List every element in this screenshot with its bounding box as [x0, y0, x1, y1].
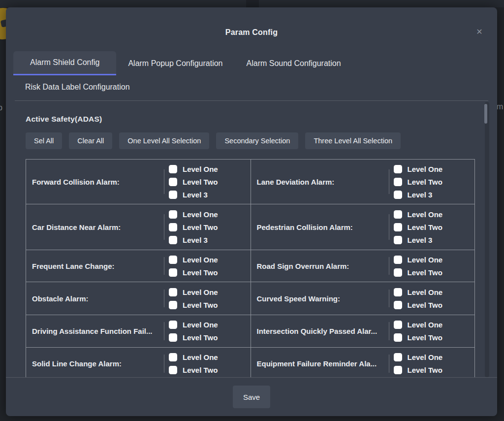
checkbox-icon[interactable]: [169, 223, 177, 231]
close-icon[interactable]: ✕: [473, 26, 485, 38]
level-two-option[interactable]: Level Two: [169, 175, 218, 188]
tab-risk-data-label-configuration[interactable]: Risk Data Label Configuration: [13, 75, 142, 99]
scrollbar-track[interactable]: [485, 102, 489, 377]
table-row: Car Distance Near Alarm: Level One Level…: [26, 204, 474, 250]
tab-alarm-popup-configuration[interactable]: Alarm Popup Configuration: [116, 51, 234, 75]
level-one-option[interactable]: Level One: [394, 351, 443, 364]
level-one-option[interactable]: Level One: [394, 253, 443, 266]
one-level-all-selection-button[interactable]: One Level All Selection: [119, 132, 209, 149]
level-three-option[interactable]: Level 3: [169, 188, 218, 201]
checkbox-icon[interactable]: [394, 301, 402, 309]
checkbox-icon[interactable]: [169, 321, 177, 329]
checkbox-icon[interactable]: [394, 191, 402, 199]
checkbox-icon[interactable]: [394, 288, 402, 296]
checkbox-label: Level Two: [183, 366, 218, 374]
checkbox-label: Level One: [408, 321, 443, 329]
checkbox-icon[interactable]: [169, 288, 177, 296]
checkbox-icon[interactable]: [169, 333, 177, 342]
checkbox-icon[interactable]: [394, 366, 402, 374]
checkbox-label: Level Two: [408, 223, 442, 231]
background-text-fragment-right: m: [497, 102, 503, 111]
checkbox-label: Level Two: [183, 223, 218, 231]
level-one-option[interactable]: Level One: [169, 162, 218, 175]
checkbox-icon[interactable]: [394, 321, 402, 329]
level-one-option[interactable]: Level One: [169, 253, 218, 266]
level-two-option[interactable]: Level Two: [394, 298, 443, 311]
tab-alarm-sound-configuration[interactable]: Alarm Sound Configuration: [235, 51, 353, 75]
level-two-option[interactable]: Level Two: [169, 364, 218, 377]
cell-divider: [164, 290, 164, 308]
level-three-option[interactable]: Level 3: [394, 188, 443, 201]
level-one-option[interactable]: Level One: [169, 208, 218, 221]
level-two-option[interactable]: Level Two: [394, 364, 443, 377]
level-checkbox-group: Level One Level Two: [394, 286, 443, 311]
dialog-scroll-area[interactable]: Active Safety(ADAS) Sel All Clear All On…: [6, 101, 497, 377]
checkbox-icon[interactable]: [394, 165, 402, 173]
clear-all-button[interactable]: Clear All: [69, 132, 112, 149]
cell-divider: [164, 355, 164, 372]
level-one-option[interactable]: Level One: [169, 286, 218, 298]
page-background: p m Param Config ✕ Alarm Shield Config A…: [0, 0, 504, 421]
checkbox-icon[interactable]: [169, 268, 177, 277]
level-two-option[interactable]: Level Two: [169, 266, 218, 279]
tab-alarm-shield-config[interactable]: Alarm Shield Config: [13, 51, 116, 75]
checkbox-icon[interactable]: [394, 333, 402, 342]
checkbox-icon[interactable]: [394, 223, 402, 231]
level-checkbox-group: Level One Level Two Level 3: [169, 208, 218, 246]
level-one-option[interactable]: Level One: [394, 319, 443, 331]
level-one-option[interactable]: Level One: [394, 286, 443, 298]
alarm-label: Car Distance Near Alarm:: [26, 223, 164, 231]
dialog-header: Param Config ✕: [6, 7, 497, 51]
secondary-selection-button[interactable]: Secondary Selection: [216, 132, 298, 149]
checkbox-icon[interactable]: [394, 236, 402, 244]
checkbox-label: Level One: [183, 288, 218, 296]
level-three-option[interactable]: Level 3: [169, 233, 218, 246]
checkbox-icon[interactable]: [169, 366, 177, 374]
checkbox-icon[interactable]: [394, 256, 402, 264]
level-three-option[interactable]: Level 3: [394, 233, 443, 246]
cell-divider: [389, 214, 389, 240]
alarm-label: Curved Speed Warning:: [251, 294, 389, 303]
checkbox-icon[interactable]: [169, 256, 177, 264]
scrollbar-thumb[interactable]: [484, 104, 487, 124]
checkbox-icon[interactable]: [394, 178, 402, 186]
alarm-label: Equipment Failure Reminder Ala...: [251, 359, 389, 368]
checkbox-icon[interactable]: [169, 191, 177, 199]
cell-divider: [389, 290, 389, 308]
checkbox-icon[interactable]: [169, 178, 177, 186]
level-checkbox-group: Level One Level Two: [394, 319, 443, 344]
level-two-option[interactable]: Level Two: [169, 331, 218, 344]
level-one-option[interactable]: Level One: [394, 162, 443, 175]
level-checkbox-group: Level One Level Two: [394, 253, 443, 279]
alarm-cell-lane-deviation: Lane Deviation Alarm: Level One Level Tw…: [251, 160, 475, 204]
checkbox-icon[interactable]: [169, 165, 177, 173]
checkbox-icon[interactable]: [394, 210, 402, 219]
select-all-button[interactable]: Sel All: [26, 132, 62, 149]
level-one-option[interactable]: Level One: [169, 351, 218, 364]
checkbox-label: Level One: [183, 256, 218, 264]
alarm-label: Intersection Quickly Passed Alar...: [251, 327, 389, 335]
level-two-option[interactable]: Level Two: [394, 331, 443, 344]
level-two-option[interactable]: Level Two: [169, 298, 218, 311]
level-one-option[interactable]: Level One: [169, 319, 218, 331]
level-two-option[interactable]: Level Two: [394, 221, 443, 233]
checkbox-icon[interactable]: [169, 210, 177, 219]
checkbox-icon[interactable]: [169, 353, 177, 361]
level-one-option[interactable]: Level One: [394, 208, 443, 221]
cell-divider: [164, 322, 164, 340]
three-level-all-selection-button[interactable]: Three Level All Selection: [305, 132, 401, 149]
checkbox-label: Level One: [183, 353, 218, 361]
checkbox-icon[interactable]: [394, 353, 402, 361]
level-two-option[interactable]: Level Two: [394, 266, 443, 279]
selection-toolbar: Sel All Clear All One Level All Selectio…: [26, 132, 497, 149]
table-row: Driving Assistance Function Fail... Leve…: [26, 315, 474, 347]
level-two-option[interactable]: Level Two: [169, 221, 218, 233]
checkbox-label: Level One: [183, 321, 218, 329]
checkbox-icon[interactable]: [394, 268, 402, 277]
save-button[interactable]: Save: [233, 386, 270, 408]
alarm-label: Road Sign Overrun Alarm:: [251, 262, 389, 270]
checkbox-icon[interactable]: [169, 236, 177, 244]
section-heading: Active Safety(ADAS): [26, 115, 497, 124]
checkbox-icon[interactable]: [169, 301, 177, 309]
level-two-option[interactable]: Level Two: [394, 175, 443, 188]
